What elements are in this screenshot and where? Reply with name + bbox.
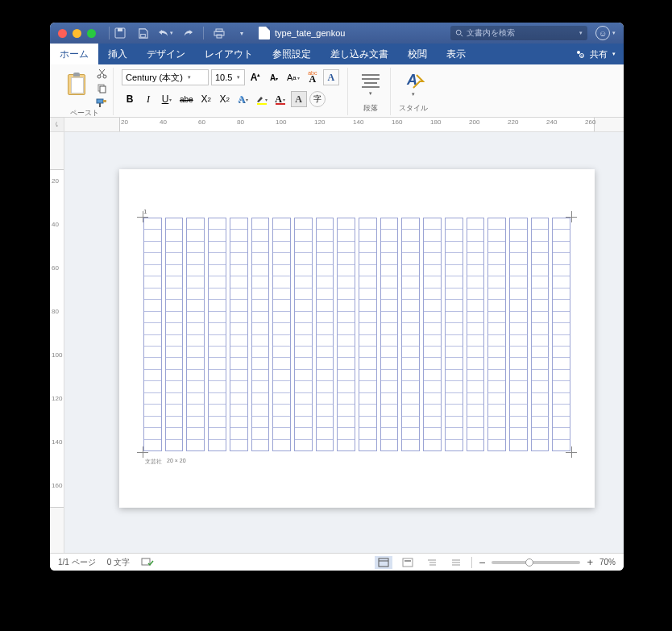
ruler-tick-label: 200 [469, 118, 479, 126]
genkou-cell [338, 428, 355, 439]
genkou-cell [510, 393, 527, 405]
genkou-cell [402, 218, 419, 230]
separator [109, 27, 110, 39]
copy-button[interactable] [95, 82, 108, 93]
format-painter-button[interactable] [95, 97, 108, 108]
decrease-font-button[interactable]: A▾ [266, 69, 282, 85]
genkou-cell [317, 300, 334, 311]
horizontal-ruler[interactable]: ⤹ 20406080100120140160180200220240260 [50, 118, 624, 132]
tab-home[interactable]: ホーム [50, 44, 98, 64]
search-placeholder: 文書内を検索 [467, 27, 515, 39]
tab-layout[interactable]: レイアウト [195, 44, 263, 64]
genkou-cell [510, 428, 527, 439]
paragraph-button[interactable]: ▾ [356, 68, 385, 102]
genkou-cell [467, 347, 484, 358]
strikethrough-button[interactable]: abe [177, 91, 196, 107]
increase-font-button[interactable]: A▴ [247, 69, 263, 85]
genkou-cell [252, 230, 269, 241]
tab-view[interactable]: 表示 [437, 44, 475, 64]
web-layout-view-button[interactable] [399, 556, 417, 569]
genkou-cell [273, 335, 290, 347]
undo-icon[interactable]: ▾ [156, 26, 174, 40]
genkou-cell [510, 230, 527, 241]
highlight-button[interactable]: ▾ [254, 91, 270, 107]
underline-button[interactable]: U▾ [159, 91, 175, 107]
zoom-value[interactable]: 70% [599, 558, 616, 567]
enclose-characters-button[interactable]: 字 [309, 91, 326, 107]
change-case-button[interactable]: Aa▾ [284, 69, 302, 85]
zoom-in-button[interactable]: + [587, 556, 593, 568]
genkou-cell [532, 276, 549, 288]
document-canvas[interactable]: 1 文芸社 20 × 20 [64, 132, 624, 553]
document-title: type_tate_genkou [259, 27, 345, 39]
genkou-cell [467, 276, 484, 288]
genkou-cell [402, 417, 419, 428]
page[interactable]: 1 文芸社 20 × 20 [119, 169, 595, 508]
cut-button[interactable] [95, 68, 108, 79]
tab-review[interactable]: 校閲 [398, 44, 437, 64]
character-border-button[interactable]: A [323, 69, 339, 85]
italic-button[interactable]: I [140, 91, 156, 107]
genkou-cell [402, 358, 419, 369]
font-color-button[interactable]: A▾ [272, 91, 288, 107]
genkou-cell [295, 440, 312, 450]
genkou-cell [488, 276, 505, 288]
page-info[interactable]: 1/1 ページ [58, 557, 96, 568]
genkou-cell [424, 218, 441, 230]
genkou-cell [252, 417, 269, 428]
ruler-tick-label: 160 [392, 118, 402, 126]
phonetic-guide-button[interactable]: abcA [305, 69, 321, 85]
print-icon[interactable] [210, 26, 228, 40]
font-size-dropdown[interactable]: 10.5▾ [211, 69, 245, 85]
genkou-cell [510, 323, 527, 334]
print-layout-view-button[interactable] [375, 556, 392, 569]
genkou-cell [144, 405, 161, 416]
genkou-cell [553, 440, 570, 450]
outline-view-button[interactable] [423, 556, 441, 569]
genkou-cell [381, 347, 398, 358]
genkou-cell [166, 289, 183, 300]
genkou-cell [402, 440, 419, 450]
zoom-out-button[interactable]: − [479, 556, 485, 569]
svg-rect-18 [103, 100, 106, 102]
draft-view-button[interactable] [447, 556, 465, 569]
tab-mailings[interactable]: 差し込み文書 [321, 44, 398, 64]
genkou-cell [488, 358, 505, 369]
autosave-icon[interactable] [111, 26, 129, 40]
genkou-cell [295, 405, 312, 416]
spellcheck-icon[interactable] [141, 558, 154, 567]
zoom-slider-thumb[interactable] [525, 558, 533, 567]
genkou-cell [338, 335, 355, 347]
subscript-button[interactable]: X2 [198, 91, 214, 107]
vertical-ruler[interactable]: 20406080100120140160 [50, 132, 64, 553]
zoom-slider[interactable] [492, 561, 580, 564]
bold-button[interactable]: B [122, 91, 138, 107]
tab-references[interactable]: 参照設定 [263, 44, 321, 64]
close-window-button[interactable] [58, 29, 67, 38]
paste-button[interactable] [61, 68, 92, 102]
styles-button[interactable]: A ▾ [399, 68, 428, 102]
share-button[interactable]: + 共有 ▾ [567, 44, 624, 64]
redo-icon[interactable] [179, 26, 197, 40]
genkou-cell [381, 358, 398, 369]
genkou-cell [209, 323, 226, 334]
save-icon[interactable] [134, 26, 151, 40]
feedback-icon[interactable]: ☺ [595, 26, 610, 40]
genkou-cell [446, 230, 463, 241]
genkou-cell [553, 276, 570, 288]
svg-point-12 [103, 75, 106, 78]
character-shading-button[interactable]: A [291, 91, 307, 107]
tab-insert[interactable]: 挿入 [98, 44, 137, 64]
tab-design[interactable]: デザイン [137, 44, 195, 64]
qat-customize-icon[interactable]: ▾ [233, 26, 251, 40]
font-name-dropdown[interactable]: Century (本文)▾ [122, 69, 209, 85]
minimize-window-button[interactable] [73, 29, 81, 38]
ruler-tick-label: 240 [546, 118, 557, 126]
superscript-button[interactable]: X2 [217, 91, 233, 107]
genkou-cell [295, 218, 312, 230]
genkou-cell [295, 289, 312, 300]
search-input[interactable]: 文書内を検索 ▾ [450, 26, 587, 40]
maximize-window-button[interactable] [87, 29, 96, 38]
word-count[interactable]: 0 文字 [107, 557, 130, 568]
text-effects-button[interactable]: A▾ [235, 91, 251, 107]
